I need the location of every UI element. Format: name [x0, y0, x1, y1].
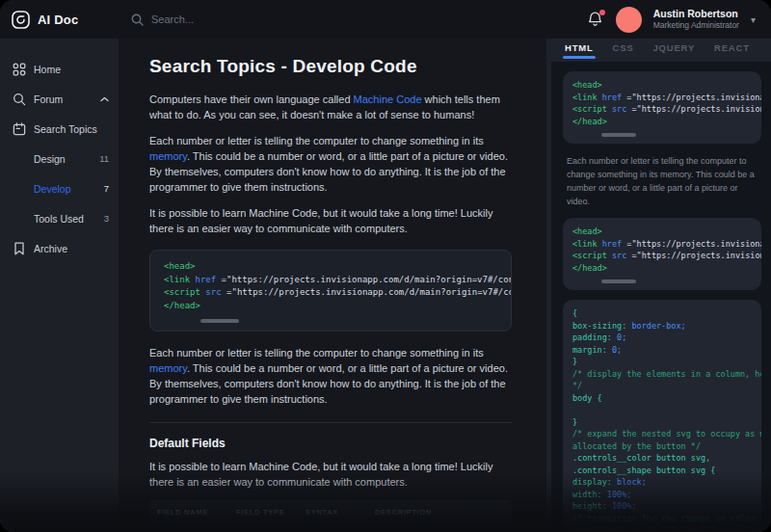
section-heading: Default Fields — [149, 437, 512, 450]
code-panel-tabs: HTML CSS JQUERY REACT — [551, 39, 771, 62]
table-row: _archived Field True Seems set to archiv… — [149, 523, 512, 532]
code-scrollbar[interactable] — [601, 279, 636, 283]
paragraph-memory: Each number or letter is telling the com… — [149, 133, 512, 195]
user-name: Austin Robertson — [653, 8, 739, 20]
calendar-icon — [12, 122, 26, 136]
active-tab-indicator — [563, 56, 596, 59]
paragraph-learn-repeat: It is possible to learn Machine Code, bu… — [149, 459, 512, 490]
app-logo: AI Doc — [12, 11, 120, 29]
sidebar-item-tools-used[interactable]: Tools Used 3 — [12, 203, 109, 233]
notification-bell[interactable] — [587, 11, 604, 28]
home-grid-icon — [12, 63, 26, 76]
inline-link-machine-code[interactable]: Machine Code — [354, 93, 422, 105]
item-count-badge: 3 — [104, 213, 109, 224]
code-card-html-2: <head> <link href ="https://projects.inv… — [563, 218, 761, 290]
chevron-up-icon[interactable] — [100, 96, 109, 102]
sidebar-item-develop[interactable]: Develop 7 — [12, 173, 109, 203]
top-bar: AI Doc Austin Robertson Ma — [0, 0, 771, 39]
sidebar-item-home[interactable]: Home — [12, 54, 109, 84]
sidebar-item-archive[interactable]: Archive — [12, 233, 109, 263]
code-scrollbar[interactable] — [200, 319, 239, 323]
header-cell-field-name: FIELD NAME — [157, 508, 236, 517]
item-count-badge: 11 — [99, 153, 109, 164]
sidebar-item-label: Develop — [34, 183, 71, 195]
inline-link-memory[interactable]: memory — [149, 150, 187, 162]
tab-css[interactable]: CSS — [613, 42, 634, 59]
sidebar-item-label: Design — [34, 153, 66, 165]
search-icon — [131, 13, 144, 26]
paragraph-intro: Computers have their own language called… — [149, 92, 512, 122]
paragraph-memory-repeat: Each number or letter is telling the com… — [149, 345, 512, 407]
topbar-right: Austin Robertson Marketing Administrator… — [587, 7, 756, 33]
user-role: Marketing Administrator — [653, 20, 739, 31]
sidebar-item-forum[interactable]: Forum — [12, 84, 109, 114]
code-panel: HTML CSS JQUERY REACT <head> <link href … — [546, 39, 771, 532]
sidebar-item-label: Search Topics — [34, 123, 97, 135]
sidebar: Home Forum — [0, 39, 119, 532]
inline-link-memory[interactable]: memory — [149, 362, 187, 374]
code-card-html-1: <head> <link href ="https://projects.inv… — [563, 71, 761, 144]
page-title: Search Topics - Develop Code — [149, 56, 512, 77]
header-cell-syntax: SYNTAX — [306, 508, 375, 517]
sidebar-item-label: Tools Used — [34, 213, 84, 225]
header-cell-field-type: FIELD TYPE — [236, 508, 306, 517]
code-card-css: { box-sizing: border-box; padding: 0; ma… — [563, 300, 761, 532]
user-avatar[interactable] — [616, 7, 642, 33]
notification-dot — [599, 10, 605, 15]
bookmark-icon — [12, 242, 26, 255]
code-scrollbar[interactable] — [601, 133, 636, 137]
table-header: FIELD NAME FIELD TYPE SYNTAX DESCRIPTION — [149, 500, 512, 523]
user-menu-chevron-icon[interactable]: ▾ — [751, 14, 756, 25]
sidebar-item-label: Forum — [34, 93, 63, 105]
search-input[interactable] — [151, 13, 325, 25]
sidebar-item-search-topics[interactable]: Search Topics — [12, 114, 109, 144]
code-block-html: <head> <link href ="https://projects.inv… — [149, 250, 512, 332]
user-meta: Austin Robertson Marketing Administrator — [653, 8, 739, 31]
sidebar-item-label: Archive — [34, 243, 67, 254]
header-cell-description: DESCRIPTION — [375, 508, 504, 517]
forum-search-icon — [12, 93, 26, 106]
tab-jquery[interactable]: JQUERY — [653, 42, 696, 59]
app-window: AI Doc Austin Robertson Ma — [0, 0, 771, 532]
global-search[interactable] — [131, 13, 587, 26]
sidebar-item-label: Home — [34, 64, 61, 75]
tab-react[interactable]: REACT — [714, 42, 750, 59]
code-panel-body: <head> <link href ="https://projects.inv… — [551, 62, 771, 532]
section-divider — [149, 422, 512, 423]
sidebar-item-design[interactable]: Design 11 — [12, 144, 109, 173]
app-title: AI Doc — [38, 13, 78, 27]
panel-paragraph: Each number or letter is telling the com… — [567, 154, 756, 208]
tab-html[interactable]: HTML — [565, 42, 594, 59]
paragraph-learn: It is possible to learn Machine Code, bu… — [149, 205, 512, 236]
item-count-badge: 7 — [104, 183, 109, 194]
main-content: Search Topics - Develop Code Computers h… — [119, 39, 546, 532]
logo-icon — [12, 11, 30, 29]
